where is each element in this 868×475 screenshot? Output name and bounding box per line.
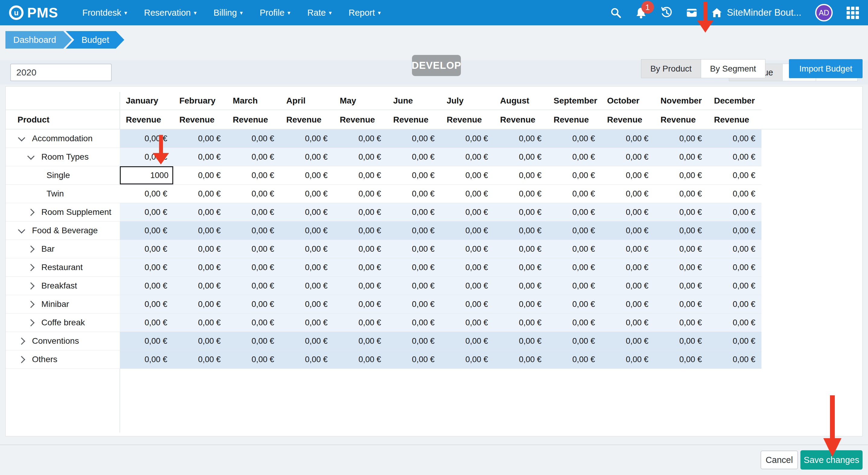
- cell-minibar-april[interactable]: 0,00 €: [280, 295, 334, 313]
- nav-menu-profile[interactable]: Profile▾: [259, 8, 290, 18]
- cell-breakfast-may[interactable]: 0,00 €: [334, 277, 387, 295]
- cell-single-july[interactable]: 0,00 €: [441, 166, 494, 184]
- cell-coffe-break-february[interactable]: 0,00 €: [173, 314, 227, 331]
- cell-minibar-march[interactable]: 0,00 €: [227, 295, 280, 313]
- cell-minibar-june[interactable]: 0,00 €: [387, 295, 441, 313]
- cell-conventions-february[interactable]: 0,00 €: [173, 332, 227, 350]
- cell-room-supplement-october[interactable]: 0,00 €: [601, 203, 654, 221]
- cell-restaurant-september[interactable]: 0,00 €: [548, 258, 601, 277]
- cell-food-beverage-may[interactable]: 0,00 €: [334, 222, 387, 240]
- cell-twin-february[interactable]: 0,00 €: [173, 185, 227, 203]
- drawer-icon[interactable]: [686, 7, 698, 19]
- cell-bar-september[interactable]: 0,00 €: [548, 240, 601, 258]
- search-icon[interactable]: [610, 7, 621, 19]
- cell-single-april[interactable]: 0,00 €: [280, 166, 334, 184]
- cell-coffe-break-august[interactable]: 0,00 €: [494, 314, 548, 331]
- cell-restaurant-february[interactable]: 0,00 €: [173, 258, 227, 277]
- cell-minibar-october[interactable]: 0,00 €: [601, 295, 654, 313]
- cell-breakfast-february[interactable]: 0,00 €: [173, 277, 227, 295]
- cell-food-beverage-april[interactable]: 0,00 €: [280, 222, 334, 240]
- cell-room-supplement-march[interactable]: 0,00 €: [227, 203, 280, 221]
- cell-food-beverage-january[interactable]: 0,00 €: [120, 222, 173, 240]
- cell-room-types-december[interactable]: 0,00 €: [708, 148, 762, 166]
- cell-food-beverage-september[interactable]: 0,00 €: [548, 222, 601, 240]
- cell-room-types-february[interactable]: 0,00 €: [173, 148, 227, 166]
- cell-breakfast-june[interactable]: 0,00 €: [387, 277, 441, 295]
- cell-conventions-march[interactable]: 0,00 €: [227, 332, 280, 350]
- cell-coffe-break-october[interactable]: 0,00 €: [601, 314, 654, 331]
- cell-conventions-june[interactable]: 0,00 €: [387, 332, 441, 350]
- apps-grid-icon[interactable]: [846, 7, 859, 19]
- cell-others-april[interactable]: 0,00 €: [280, 350, 334, 369]
- cell-room-supplement-june[interactable]: 0,00 €: [387, 203, 441, 221]
- avatar[interactable]: AD: [815, 4, 833, 22]
- cell-accommodation-february[interactable]: 0,00 €: [173, 129, 227, 148]
- product-cell-breakfast[interactable]: Breakfast: [6, 277, 120, 295]
- product-cell-accommodation[interactable]: Accommodation: [6, 129, 120, 148]
- product-cell-room-types[interactable]: Room Types: [6, 148, 120, 166]
- product-cell-bar[interactable]: Bar: [6, 240, 120, 258]
- cell-minibar-february[interactable]: 0,00 €: [173, 295, 227, 313]
- cell-accommodation-january[interactable]: 0,00 €: [120, 129, 173, 148]
- cell-coffe-break-january[interactable]: 0,00 €: [120, 314, 173, 331]
- cell-others-february[interactable]: 0,00 €: [173, 350, 227, 369]
- cell-restaurant-november[interactable]: 0,00 €: [655, 258, 708, 277]
- cell-food-beverage-december[interactable]: 0,00 €: [708, 222, 762, 240]
- cell-accommodation-september[interactable]: 0,00 €: [548, 129, 601, 148]
- cell-twin-october[interactable]: 0,00 €: [601, 185, 654, 203]
- cell-restaurant-august[interactable]: 0,00 €: [494, 258, 548, 277]
- cell-room-types-july[interactable]: 0,00 €: [441, 148, 494, 166]
- by-segment-button[interactable]: By Segment: [701, 59, 766, 78]
- cell-others-july[interactable]: 0,00 €: [441, 350, 494, 369]
- cell-coffe-break-december[interactable]: 0,00 €: [708, 314, 762, 331]
- cell-conventions-january[interactable]: 0,00 €: [120, 332, 173, 350]
- product-cell-room-supplement[interactable]: Room Supplement: [6, 203, 120, 221]
- cell-others-december[interactable]: 0,00 €: [708, 350, 762, 369]
- cell-room-supplement-february[interactable]: 0,00 €: [173, 203, 227, 221]
- cell-accommodation-march[interactable]: 0,00 €: [227, 129, 280, 148]
- history-icon[interactable]: [661, 7, 672, 19]
- cell-single-may[interactable]: 0,00 €: [334, 166, 387, 184]
- cell-bar-july[interactable]: 0,00 €: [441, 240, 494, 258]
- cell-food-beverage-october[interactable]: 0,00 €: [601, 222, 654, 240]
- cell-others-january[interactable]: 0,00 €: [120, 350, 173, 369]
- cell-twin-september[interactable]: 0,00 €: [548, 185, 601, 203]
- product-cell-restaurant[interactable]: Restaurant: [6, 258, 120, 277]
- year-input[interactable]: [10, 64, 112, 81]
- cancel-button[interactable]: Cancel: [761, 450, 798, 469]
- cell-coffe-break-july[interactable]: 0,00 €: [441, 314, 494, 331]
- cell-coffe-break-june[interactable]: 0,00 €: [387, 314, 441, 331]
- cell-restaurant-october[interactable]: 0,00 €: [601, 258, 654, 277]
- product-cell-twin[interactable]: Twin: [6, 185, 120, 203]
- cell-single-august[interactable]: 0,00 €: [494, 166, 548, 184]
- chevron-right-icon[interactable]: [27, 209, 34, 216]
- cell-bar-january[interactable]: 0,00 €: [120, 240, 173, 258]
- cell-coffe-break-may[interactable]: 0,00 €: [334, 314, 387, 331]
- chevron-down-icon[interactable]: [27, 152, 34, 160]
- cell-others-march[interactable]: 0,00 €: [227, 350, 280, 369]
- cell-accommodation-august[interactable]: 0,00 €: [494, 129, 548, 148]
- cell-single-september[interactable]: 0,00 €: [548, 166, 601, 184]
- cell-room-types-may[interactable]: 0,00 €: [334, 148, 387, 166]
- cell-restaurant-march[interactable]: 0,00 €: [227, 258, 280, 277]
- chevron-right-icon[interactable]: [27, 264, 34, 271]
- cell-breakfast-november[interactable]: 0,00 €: [655, 277, 708, 295]
- cell-coffe-break-november[interactable]: 0,00 €: [655, 314, 708, 331]
- product-cell-minibar[interactable]: Minibar: [6, 295, 120, 313]
- cell-twin-december[interactable]: 0,00 €: [708, 185, 762, 203]
- product-cell-food-beverage[interactable]: Food & Beverage: [6, 222, 120, 240]
- cell-accommodation-july[interactable]: 0,00 €: [441, 129, 494, 148]
- cell-minibar-august[interactable]: 0,00 €: [494, 295, 548, 313]
- cell-room-supplement-december[interactable]: 0,00 €: [708, 203, 762, 221]
- chevron-right-icon[interactable]: [27, 282, 34, 289]
- cell-breakfast-april[interactable]: 0,00 €: [280, 277, 334, 295]
- cell-restaurant-january[interactable]: 0,00 €: [120, 258, 173, 277]
- cell-restaurant-july[interactable]: 0,00 €: [441, 258, 494, 277]
- single-january-cell[interactable]: 1000: [120, 166, 173, 184]
- cell-conventions-may[interactable]: 0,00 €: [334, 332, 387, 350]
- cell-accommodation-november[interactable]: 0,00 €: [655, 129, 708, 148]
- chevron-down-icon[interactable]: [18, 134, 25, 141]
- cell-others-august[interactable]: 0,00 €: [494, 350, 548, 369]
- save-changes-button[interactable]: Save changes: [800, 450, 863, 470]
- cell-others-november[interactable]: 0,00 €: [655, 350, 708, 369]
